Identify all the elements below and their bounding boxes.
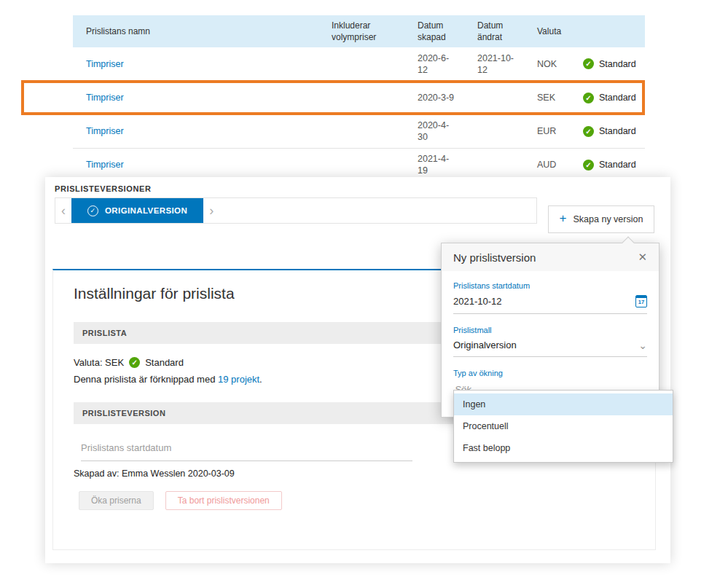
header-volume-prices: Inkluderar volympriser <box>318 15 404 47</box>
status-label: Standard <box>599 92 636 103</box>
delete-version-button[interactable]: Ta bort prislistversionen <box>165 491 282 510</box>
startdate-field <box>81 441 412 461</box>
date-changed-cell: 2021-10-12 <box>464 47 524 81</box>
header-currency: Valuta <box>524 15 570 47</box>
popup-startdate-label: Prislistans startdatum <box>453 281 647 290</box>
status-badge: ✓ Standard <box>583 58 638 70</box>
table-header-row: Prislistans namn Inkluderar volympriser … <box>73 15 645 47</box>
linked-projects-text: Denna prislista är förknippad med <box>74 374 215 385</box>
status-badge: ✓ Standard <box>583 159 638 171</box>
date-created-cell: 2020-4-30 <box>404 114 464 148</box>
template-group: Prislistmall Originalversion ⌄ <box>453 326 647 357</box>
create-version-label: Skapa ny version <box>574 214 643 224</box>
close-icon[interactable]: ✕ <box>638 251 647 264</box>
popup-startdate-picker[interactable]: 2021-10-12 17 <box>453 295 647 314</box>
create-version-button[interactable]: + Skapa ny version <box>548 205 654 233</box>
currency-cell: NOK <box>524 47 570 81</box>
status-badge: ✓ Standard <box>583 92 638 103</box>
settings-title: Inställningar för prislista <box>74 285 235 302</box>
chevron-down-icon: ⌄ <box>638 342 647 348</box>
status-label: Standard <box>599 58 636 70</box>
plus-icon: + <box>560 211 567 226</box>
header-status <box>570 15 645 47</box>
check-circle-icon: ✓ <box>583 126 594 137</box>
linked-projects-link[interactable]: 19 projekt <box>218 374 259 385</box>
chevron-left-icon[interactable]: ‹ <box>55 198 71 223</box>
popup-template-value: Originalversion <box>453 340 517 350</box>
startdate-input[interactable] <box>81 442 412 461</box>
status-label: Standard <box>599 125 636 137</box>
version-tab-label: ORIGINALVERSION <box>105 206 187 215</box>
option-fast-belopp[interactable]: Fast belopp <box>454 437 673 459</box>
header-date-created: Datum skapad <box>404 15 464 47</box>
check-circle-icon: ✓ <box>583 58 594 69</box>
calendar-icon[interactable]: 17 <box>635 295 647 307</box>
pricelist-name-link[interactable]: Timpriser <box>86 126 124 136</box>
versions-section-label: PRISLISTEVERSIONER <box>55 184 151 193</box>
currency-cell: SEK <box>524 81 570 114</box>
volume-prices-cell <box>318 114 404 148</box>
status-label: Standard <box>599 159 636 171</box>
date-changed-cell <box>464 114 524 148</box>
chevron-right-icon[interactable]: › <box>203 198 219 223</box>
table-row: Timpriser 2020-6-12 2021-10-12 NOK ✓ Sta… <box>73 47 645 81</box>
volume-prices-cell <box>318 81 404 114</box>
originalversion-tab[interactable]: ✓ ORIGINALVERSION <box>71 198 203 223</box>
check-circle-icon: ✓ <box>129 357 140 368</box>
startdate-group: Prislistans startdatum 2021-10-12 17 <box>453 281 647 314</box>
check-circle-icon: ✓ <box>87 205 98 216</box>
check-circle-icon: ✓ <box>583 160 594 171</box>
table-row: Timpriser 2020-3-9 SEK ✓ Standard <box>73 81 645 114</box>
option-procentuell[interactable]: Procentuell <box>454 415 673 437</box>
popup-title: Ny prislistversion <box>453 251 536 264</box>
date-changed-cell <box>464 81 524 114</box>
created-by-text: Skapad av: Emma Wesslen 2020-03-09 <box>74 469 235 479</box>
pricelist-name-link[interactable]: Timpriser <box>86 93 124 103</box>
increase-type-options: Ingen Procentuell Fast belopp <box>453 390 673 463</box>
version-actions: Öka priserna Ta bort prislistversionen <box>79 491 282 510</box>
pricelist-table: Prislistans namn Inkluderar volympriser … <box>73 15 645 182</box>
currency-value: Valuta: SEK <box>74 357 124 368</box>
pricelist-name-link[interactable]: Timpriser <box>86 160 124 170</box>
popup-template-label: Prislistmall <box>453 326 647 334</box>
increase-prices-button[interactable]: Öka priserna <box>79 491 154 510</box>
header-date-changed: Datum ändrat <box>464 15 524 47</box>
currency-status-label: Standard <box>145 357 184 368</box>
linked-projects-suffix: . <box>259 374 262 385</box>
currency-cell: EUR <box>524 114 570 148</box>
date-created-cell: 2020-6-12 <box>404 47 464 81</box>
status-badge: ✓ Standard <box>583 125 638 137</box>
option-ingen[interactable]: Ingen <box>454 393 673 415</box>
popup-template-select[interactable]: Originalversion ⌄ <box>453 340 647 357</box>
volume-prices-cell <box>318 47 404 81</box>
check-circle-icon: ✓ <box>583 93 594 103</box>
popup-increase-type-label: Typ av ökning <box>453 369 647 377</box>
popup-body: Prislistans startdatum 2021-10-12 17 Pri… <box>442 271 659 401</box>
linked-projects-row: Denna prislista är förknippad med 19 pro… <box>74 374 262 385</box>
header-name: Prislistans namn <box>73 15 318 47</box>
currency-row: Valuta: SEK ✓ Standard <box>74 357 184 368</box>
table-row: Timpriser 2020-4-30 EUR ✓ Standard <box>73 114 645 148</box>
popup-startdate-value: 2021-10-12 <box>453 296 502 307</box>
version-stepper: ‹ ✓ ORIGINALVERSION › <box>55 197 537 224</box>
pricelist-name-link[interactable]: Timpriser <box>86 59 124 69</box>
date-created-cell: 2020-3-9 <box>404 81 464 114</box>
